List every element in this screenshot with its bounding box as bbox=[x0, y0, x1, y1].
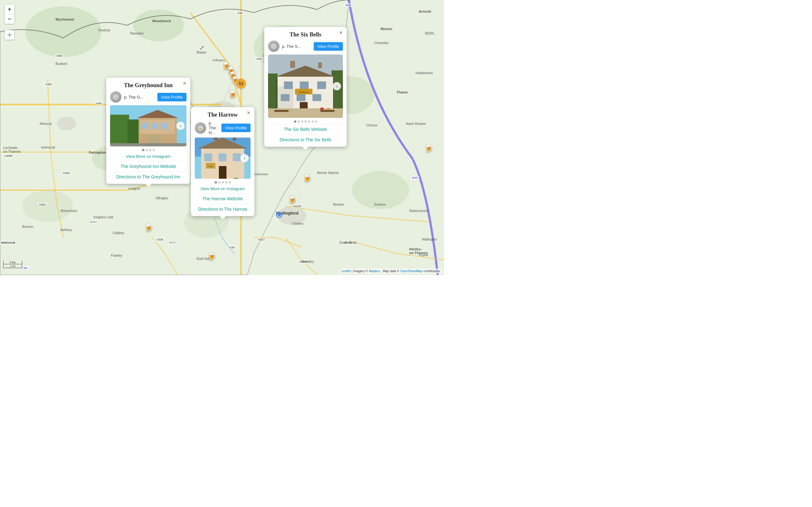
place-woodstock: Woodstock bbox=[152, 19, 171, 23]
sixbells-carousel-dots bbox=[264, 120, 347, 123]
harrow-divider-2 bbox=[195, 204, 251, 204]
beer-icon-9: 🍺 bbox=[229, 90, 237, 99]
road-label-a40-2: A40 bbox=[95, 101, 102, 105]
osm-link[interactable]: OpenStreetMap bbox=[400, 269, 423, 273]
close-harrow-button[interactable]: ✕ bbox=[246, 110, 252, 116]
svg-text:🍺: 🍺 bbox=[199, 126, 202, 129]
greyhound-instagram-link[interactable]: View More on Instagram bbox=[106, 153, 190, 160]
marker-pub-9[interactable]: 🍺 bbox=[229, 90, 237, 99]
user-location bbox=[276, 212, 282, 218]
harrow-dot-1 bbox=[215, 181, 217, 183]
greyhound-avatar: 🍺 bbox=[110, 91, 121, 103]
leaflet-link[interactable]: Leaflet bbox=[341, 269, 351, 273]
place-fingest: Fingest bbox=[419, 253, 428, 257]
harrow-website-link[interactable]: The Harrow Website bbox=[191, 194, 254, 203]
dot-3 bbox=[149, 149, 151, 151]
place-childrey2: Childrey bbox=[113, 231, 124, 235]
map-container[interactable]: A40 A40 A40 A44 A34 A34 A34 A34 A34 A420… bbox=[0, 0, 444, 275]
close-greyhound-button[interactable]: ✕ bbox=[182, 80, 188, 87]
road-label-b4507: B4507 bbox=[89, 220, 98, 224]
place-ashbury: Ashbury bbox=[60, 228, 72, 232]
harrow-meta: 🍺 p. The H... View Profile bbox=[191, 121, 254, 137]
place-alvescot: Alvescot bbox=[40, 122, 52, 125]
harrow-view-profile-button[interactable]: View Profile bbox=[221, 124, 251, 132]
locate-me-button[interactable] bbox=[5, 30, 14, 40]
road-label-a34-5: A34 bbox=[229, 245, 236, 249]
beer-icon-14: 🍺 bbox=[207, 252, 216, 261]
svg-rect-33 bbox=[233, 137, 236, 141]
marker-pub-13[interactable]: 🍺 bbox=[424, 144, 433, 153]
road-label-m4: M4 bbox=[22, 266, 29, 270]
greyhound-title: The Greyhound Inn bbox=[106, 78, 190, 91]
harrow-title: The Harrow bbox=[191, 107, 254, 121]
greyhound-avatar-icon: 🍺 bbox=[113, 94, 119, 100]
harrow-directions-link[interactable]: Directions to The Harrow bbox=[191, 205, 254, 214]
svg-rect-24 bbox=[161, 123, 167, 129]
scale-mi: 2 mi bbox=[3, 265, 22, 268]
harrow-carousel-next[interactable]: › bbox=[241, 154, 249, 162]
greyhound-directions-link[interactable]: Directions to The Greyhound Inn bbox=[106, 172, 190, 181]
zoom-out-button[interactable]: − bbox=[5, 14, 14, 24]
svg-text:🍺: 🍺 bbox=[114, 96, 117, 99]
marker-pub-14[interactable]: 🍺 bbox=[207, 252, 216, 261]
sixbells-directions-link[interactable]: Directions to The Six Bells bbox=[264, 135, 347, 144]
place-haddenham: Haddenham bbox=[415, 71, 433, 75]
place-bladon: Bladon bbox=[197, 51, 206, 54]
sixbells-carousel-next[interactable]: › bbox=[333, 82, 341, 90]
zoom-in-button[interactable]: + bbox=[5, 5, 14, 14]
greyhound-website-link[interactable]: The Greyhound Inn Website bbox=[106, 162, 190, 171]
road-label-a34-top: A34 bbox=[236, 11, 244, 15]
sixbells-initial: p. bbox=[282, 44, 286, 49]
popup-sixbells: ✕ The Six Bells 🍺 p. The S... View Profi… bbox=[264, 27, 347, 147]
marker-pub-12[interactable]: 🍺 bbox=[288, 196, 297, 204]
svg-rect-19 bbox=[128, 119, 140, 147]
svg-point-2 bbox=[133, 9, 184, 41]
place-merton: Merton bbox=[380, 27, 392, 31]
greyhound-carousel-dots bbox=[106, 149, 190, 151]
svg-rect-34 bbox=[204, 153, 212, 161]
svg-rect-22 bbox=[142, 123, 148, 129]
place-aston-rowant: Aston Rowant bbox=[406, 122, 426, 125]
attribution-separator-1: | Imagery © bbox=[352, 269, 369, 273]
greyhound-meta: 🍺 p. The G... View Profile bbox=[106, 91, 190, 105]
sixbells-dot-2 bbox=[298, 120, 300, 123]
place-finstock: Finstock bbox=[98, 29, 110, 32]
greyhound-carousel-next[interactable]: › bbox=[176, 122, 185, 130]
svg-rect-63 bbox=[268, 108, 343, 118]
place-south-stoke: South Stoke bbox=[339, 241, 357, 244]
sixbells-divider-1 bbox=[268, 124, 343, 124]
harrow-dot-4 bbox=[225, 181, 227, 183]
svg-point-10 bbox=[57, 117, 76, 130]
sixbells-dot-3 bbox=[301, 120, 303, 123]
harrow-instagram-link[interactable]: View More on Instagram bbox=[191, 185, 254, 193]
place-faringdon: Faringdon bbox=[89, 151, 106, 154]
svg-text:SIX BELLS: SIX BELLS bbox=[299, 91, 309, 93]
sixbells-divider-2 bbox=[268, 134, 343, 135]
harrow-carousel-dots bbox=[191, 181, 254, 183]
svg-text:🍺: 🍺 bbox=[272, 45, 275, 48]
place-uffington: Uffington bbox=[155, 196, 168, 200]
place-cholsey: Cholsey bbox=[292, 222, 303, 225]
road-label-b4474: B4474 bbox=[168, 241, 177, 244]
user-location-dot bbox=[278, 214, 281, 216]
greyhound-meta-text: p. The G... bbox=[124, 95, 155, 100]
beer-icon-11: 🍺 bbox=[303, 174, 311, 182]
svg-rect-57 bbox=[281, 94, 290, 101]
beer-icon-13: 🍺 bbox=[424, 144, 433, 153]
marker-pub-11[interactable]: 🍺 bbox=[303, 174, 311, 182]
road-label-a361: A361 bbox=[44, 82, 53, 86]
sixbells-view-profile-button[interactable]: View Profile bbox=[314, 42, 343, 51]
greyhound-view-profile-button[interactable]: View Profile bbox=[157, 93, 187, 101]
greyhound-divider-1 bbox=[110, 161, 187, 161]
close-sixbells-button[interactable]: ✕ bbox=[338, 30, 344, 36]
marker-pub-8[interactable]: 🍺 bbox=[231, 76, 240, 84]
place-burford: Burford bbox=[55, 62, 67, 66]
svg-rect-52 bbox=[318, 62, 322, 68]
harrow-short-name: The H... bbox=[209, 125, 216, 135]
sixbells-website-link[interactable]: The Six Bells Website bbox=[264, 125, 347, 134]
svg-rect-55 bbox=[300, 81, 309, 89]
place-watlington: Watlington bbox=[422, 238, 437, 241]
marker-pub-10[interactable]: 🍺 bbox=[144, 224, 153, 232]
mapbox-link[interactable]: Mapbox bbox=[369, 269, 380, 273]
place-bourton: Bourton bbox=[22, 225, 33, 228]
